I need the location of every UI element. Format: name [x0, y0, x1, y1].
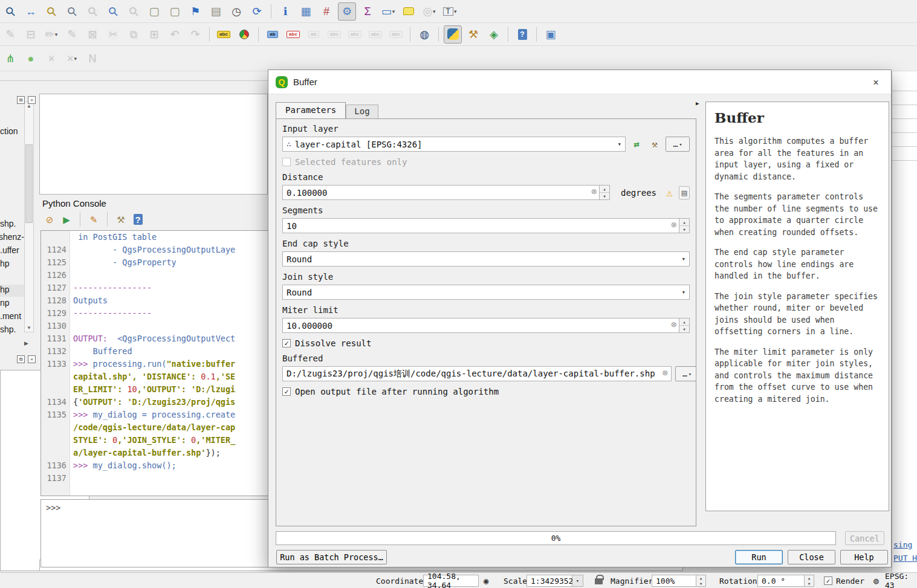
text-annotation-icon[interactable]: T▾ [441, 2, 459, 21]
distance-spinner[interactable]: ▲▼ [600, 185, 610, 200]
float-panel-icon[interactable]: ⧉ [17, 96, 25, 104]
layer-diagram-icon[interactable] [235, 25, 253, 44]
render-checkbox[interactable]: ✓ [824, 577, 832, 585]
show-bookmarks-icon[interactable]: ▤ [207, 2, 225, 21]
advanced-options-wrench-icon[interactable]: ⚒ [647, 137, 662, 152]
clear-value-icon[interactable]: ⊗ [671, 320, 676, 329]
zoom-to-selection-icon[interactable]: ⚲ [63, 2, 81, 21]
close-icon[interactable]: × [869, 76, 883, 89]
dock-file-item[interactable]: -shenz [0, 232, 24, 244]
end-cap-style-combo[interactable]: Round ▾ [282, 251, 690, 267]
statistical-summary-icon[interactable]: Σ [358, 2, 377, 21]
dock-file-item[interactable]: np [0, 298, 24, 310]
clear-value-icon[interactable]: ⊗ [591, 187, 597, 196]
python-console-icon[interactable] [444, 25, 462, 44]
dock-file-item[interactable]: uffer. [0, 245, 24, 257]
tab-log[interactable]: Log [346, 105, 378, 118]
clear-value-icon[interactable]: ⊗ [663, 369, 668, 378]
new-spatial-bookmark-icon[interactable]: ⚑ [186, 2, 204, 21]
rotation-spinner[interactable]: ▲▼ [805, 575, 814, 587]
rotation-input[interactable]: 0.0 ° [757, 575, 805, 587]
geometry-checker-icon[interactable]: ◈ [485, 25, 503, 44]
options-icon[interactable]: ⚒ [114, 212, 128, 227]
dock-list-item-fragment[interactable]: ction [0, 126, 18, 136]
zoom-last-icon[interactable]: ⚲ [104, 2, 122, 21]
dock-file-item[interactable]: ment. [0, 311, 24, 323]
buffered-output-browse-button[interactable]: … ▾ [675, 366, 696, 381]
topology-checker-icon[interactable]: ⋔ [1, 50, 19, 68]
scroll-down-icon[interactable]: ▼ [25, 325, 33, 331]
highlight-pinned-labels-icon[interactable]: abc [284, 25, 302, 44]
metasearch-icon[interactable]: ◍ [415, 25, 433, 44]
input-layer-combo[interactable]: ∴ layer-capital [EPSG:4326] ▾ [282, 137, 626, 152]
zoom-full-extent-icon[interactable]: ↔ [22, 2, 40, 21]
console-input[interactable]: >>> [41, 499, 268, 567]
new-map-view-icon[interactable]: ▢ [145, 2, 163, 21]
zoom-out-icon[interactable]: ⚲ [1, 2, 19, 21]
pin-labels-icon[interactable]: ab [264, 25, 282, 44]
miter-limit-spinner[interactable]: ▲▼ [679, 318, 690, 333]
segments-spinner[interactable]: ▲▼ [679, 218, 690, 233]
tab-parameters[interactable]: Parameters [276, 102, 346, 118]
help-contents-icon[interactable]: ? [513, 25, 531, 44]
background-link-fragment[interactable]: sing [893, 540, 912, 549]
panel-expander-icon[interactable]: ▶ [696, 100, 699, 106]
join-style-combo[interactable]: Round ▾ [282, 285, 690, 300]
refresh-map-icon[interactable]: ⟳ [248, 2, 266, 21]
float-panel-icon[interactable]: ⧉ [17, 355, 25, 363]
run-button[interactable]: Run [735, 550, 783, 564]
miter-limit-input[interactable]: 10.000000 [282, 318, 679, 333]
temporal-controller-icon[interactable]: ◷ [227, 2, 245, 21]
scroll-up-icon[interactable]: ▲ [25, 103, 33, 109]
mouse-tracking-icon[interactable]: ◉ [484, 573, 488, 588]
lock-scale-icon[interactable] [595, 578, 603, 584]
data-defined-override-icon[interactable]: ▤ [679, 186, 690, 199]
close-button[interactable]: Close [788, 550, 835, 564]
map-canvas[interactable] [39, 94, 268, 195]
scrollbar-thumb[interactable] [25, 144, 33, 223]
show-editor-icon[interactable]: ✎ [86, 212, 101, 227]
dock-file-item[interactable]: .shp [0, 325, 24, 337]
epsg-status[interactable]: EPSG: 43 [885, 573, 917, 588]
field-calculator-icon[interactable]: # [317, 2, 335, 21]
coordinate-input[interactable]: 104.58, 34.64 [423, 575, 479, 587]
zoom-to-layer-icon[interactable]: ⚲ [42, 2, 60, 21]
clear-console-icon[interactable]: ⊘ [42, 212, 57, 227]
chevron-down-icon[interactable]: ▾ [572, 575, 583, 587]
magnifier-input[interactable]: 100% [652, 575, 696, 587]
dock-file-item[interactable]: .shp [0, 219, 24, 231]
close-panel-icon[interactable]: × [28, 355, 36, 363]
satellite-plugin-icon[interactable]: ▣ [542, 25, 560, 44]
console-output[interactable]: in PostGIS table1124 - QgsProcessingOutp… [41, 230, 268, 496]
layer-labeling-icon[interactable]: abc [215, 25, 233, 44]
plugin-builder-icon[interactable]: ⚒ [464, 25, 482, 44]
scale-combo[interactable]: 1:3429352 [527, 575, 572, 587]
dock-file-item[interactable]: hp [0, 259, 24, 271]
segments-input[interactable]: 10 [282, 218, 679, 233]
processing-toolbox-icon[interactable]: ⚙ [338, 2, 356, 21]
run-command-icon[interactable]: ▶ [59, 212, 74, 227]
close-panel-icon[interactable]: × [28, 96, 36, 104]
magnifier-spinner[interactable]: ▲▼ [696, 575, 706, 587]
dialog-title-bar[interactable]: Q Buffer × [268, 70, 891, 94]
console-help-icon[interactable]: ? [131, 212, 145, 227]
map-tips-icon[interactable] [400, 2, 418, 21]
buffered-output-input[interactable]: D:/lzugis23/proj/qgis培训/code/qgis-lectur… [282, 366, 672, 381]
epsg-globe-icon[interactable]: ◍ [873, 573, 879, 588]
run-as-batch-button[interactable]: Run as Batch Process… [276, 550, 387, 564]
dock-scrollbar[interactable]: ▲ ▼ [24, 102, 34, 332]
iterate-over-layer-icon[interactable]: ⇄ [629, 137, 644, 152]
help-button[interactable]: Help [840, 550, 888, 564]
dock-file-item[interactable]: hp [0, 285, 24, 297]
measure-line-icon[interactable]: ▭▾ [379, 2, 397, 21]
clear-value-icon[interactable]: ⊗ [671, 221, 676, 230]
input-layer-options-button[interactable]: … ▾ [666, 137, 690, 152]
open-output-checkbox[interactable]: ✓ Open output file after running algorit… [282, 387, 690, 396]
open-attribute-table-icon[interactable]: ▦ [297, 2, 315, 21]
dissolve-result-checkbox[interactable]: ✓ Dissolve result [282, 338, 690, 348]
reshape-features-icon[interactable]: ● [22, 50, 40, 68]
scroll-right-icon[interactable]: ▶ [24, 340, 28, 346]
new-3d-map-view-icon[interactable]: ▢ [166, 2, 184, 21]
distance-input[interactable]: 0.100000 [282, 185, 600, 200]
background-link-fragment[interactable]: PUT H [893, 554, 917, 563]
